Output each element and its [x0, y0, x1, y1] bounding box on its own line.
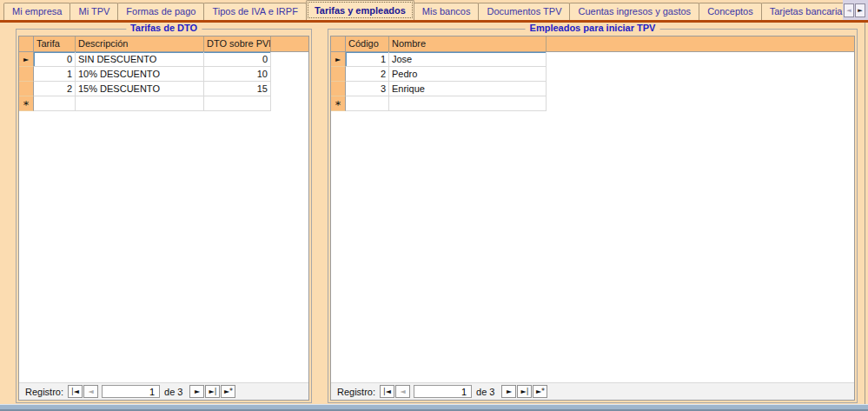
first-record-button[interactable]: |◄: [68, 385, 83, 398]
descripcion-cell[interactable]: 15% DESCUENTO: [76, 82, 204, 96]
scroll-left-icon: ◄: [846, 7, 851, 14]
current-record-input[interactable]: [414, 385, 472, 398]
tarifas-selector-header[interactable]: [19, 36, 34, 51]
table-row: 3 Enrique: [331, 82, 854, 96]
tarifa-cell[interactable]: 0: [34, 52, 76, 67]
tarifa-cell[interactable]: [34, 96, 76, 111]
row-selector[interactable]: [19, 67, 34, 82]
tab-mi-empresa[interactable]: Mi empresa: [3, 3, 70, 20]
tab-scroll-left-button[interactable]: ◄: [844, 3, 854, 17]
record-count-label: de 3: [164, 387, 182, 397]
empleados-header-row: Código Nombre: [331, 36, 854, 52]
empleados-groupbox: Empleados para iniciar TPV Código Nombre…: [328, 29, 858, 403]
window-bottom-edge: [0, 404, 868, 411]
empleados-datasheet: Código Nombre ► 1 Jose 2 Pedro: [330, 36, 855, 401]
tab-bar: Mi empresa Mi TPV Formas de pago Tipos d…: [0, 0, 868, 20]
tarifa-cell[interactable]: 1: [34, 67, 76, 82]
record-count-label: de 3: [476, 387, 494, 397]
empleados-groupbox-title: Empleados para iniciar TPV: [526, 23, 660, 33]
tab-documentos-tpv[interactable]: Documentos TPV: [478, 3, 570, 20]
dto-cell[interactable]: [204, 96, 271, 111]
window-right-edge: [865, 23, 865, 404]
dto-cell[interactable]: 10: [204, 67, 271, 82]
tab-mis-bancos[interactable]: Mis bancos: [414, 3, 480, 20]
nombre-cell[interactable]: Enrique: [389, 82, 547, 96]
empleados-column-header-nombre[interactable]: Nombre: [389, 36, 547, 51]
record-navigator-label: Registro:: [25, 387, 63, 397]
next-record-button[interactable]: ►: [189, 385, 204, 398]
current-record-input[interactable]: [102, 385, 160, 398]
row-selector[interactable]: [331, 82, 346, 96]
tarifas-datasheet: Tarifa Descripción DTO sobre PVP ► 0 SIN…: [18, 36, 309, 401]
previous-record-button[interactable]: ◄: [395, 385, 410, 398]
row-selector[interactable]: [19, 82, 34, 96]
tab-conceptos[interactable]: Conceptos: [699, 3, 762, 20]
empleados-selector-header[interactable]: [331, 36, 346, 51]
descripcion-cell[interactable]: SIN DESCUENTO: [76, 52, 204, 67]
table-row: 2 15% DESCUENTO 15: [19, 82, 308, 96]
descripcion-cell[interactable]: 10% DESCUENTO: [76, 67, 204, 82]
tarifas-groupbox-title: Tarifas de DTO: [126, 23, 202, 33]
table-row: ► 0 SIN DESCUENTO 0: [19, 52, 308, 67]
codigo-cell[interactable]: 3: [346, 82, 389, 96]
nombre-cell[interactable]: [389, 96, 547, 111]
scroll-right-icon: ►: [858, 7, 862, 14]
nombre-cell[interactable]: Jose: [389, 52, 547, 67]
table-row: ► 1 Jose: [331, 52, 854, 67]
new-row-marker-icon[interactable]: *: [19, 96, 34, 111]
dto-cell[interactable]: 15: [204, 82, 271, 96]
tarifas-groupbox: Tarifas de DTO Tarifa Descripción DTO so…: [16, 29, 312, 403]
row-selector[interactable]: [331, 67, 346, 82]
tarifas-column-header-descripcion[interactable]: Descripción: [76, 36, 204, 51]
tab-scroll-right-button[interactable]: ►: [855, 3, 865, 17]
record-navigator-label: Registro:: [337, 387, 375, 397]
current-row-marker-icon[interactable]: ►: [19, 52, 34, 67]
new-record-button[interactable]: ►*: [221, 385, 235, 398]
tab-tarifas-y-empleados[interactable]: Tarifas y empleados: [306, 0, 414, 20]
tab-scroll-buttons: ◄ ►: [843, 0, 868, 20]
new-record-button[interactable]: ►*: [533, 385, 547, 398]
table-row: 2 Pedro: [331, 67, 854, 82]
tarifas-header-row: Tarifa Descripción DTO sobre PVP: [19, 36, 308, 52]
current-row-marker-icon[interactable]: ►: [331, 52, 346, 67]
first-record-button[interactable]: |◄: [380, 385, 394, 398]
codigo-cell[interactable]: [346, 96, 389, 111]
nombre-cell[interactable]: Pedro: [389, 67, 547, 82]
last-record-button[interactable]: ►|: [517, 385, 532, 398]
next-record-button[interactable]: ►: [501, 385, 516, 398]
new-row-marker-icon[interactable]: *: [331, 96, 346, 111]
new-record-row: *: [19, 96, 308, 111]
descripcion-cell[interactable]: [76, 96, 204, 111]
last-record-button[interactable]: ►|: [205, 385, 220, 398]
tab-tarjetas-bancarias[interactable]: Tarjetas bancarias: [761, 3, 856, 20]
tarifas-column-header-tarifa[interactable]: Tarifa: [34, 36, 76, 51]
tab-formas-de-pago[interactable]: Formas de pago: [117, 3, 204, 20]
previous-record-button[interactable]: ◄: [83, 385, 98, 398]
tarifa-cell[interactable]: 2: [34, 82, 76, 96]
codigo-cell[interactable]: 1: [346, 52, 389, 67]
tarifas-record-navigator: Registro: |◄ ◄ de 3 ► ►| ►*: [19, 382, 308, 400]
tpv-config-window: Mi empresa Mi TPV Formas de pago Tipos d…: [0, 0, 868, 411]
tarifas-column-header-dto-sobre-pvp[interactable]: DTO sobre PVP: [204, 36, 271, 51]
table-row: 1 10% DESCUENTO 10: [19, 67, 308, 82]
new-record-row: *: [331, 96, 854, 111]
dto-cell[interactable]: 0: [204, 52, 271, 67]
codigo-cell[interactable]: 2: [346, 67, 389, 82]
tab-mi-tpv[interactable]: Mi TPV: [70, 3, 118, 20]
tab-tipos-de-iva-e-irpf[interactable]: Tipos de IVA e IRPF: [203, 3, 306, 20]
empleados-record-navigator: Registro: |◄ ◄ de 3 ► ►| ►*: [331, 382, 854, 400]
empleados-column-header-codigo[interactable]: Código: [346, 36, 389, 51]
tab-cuentas-ingresos-y-gastos[interactable]: Cuentas ingresos y gastos: [569, 3, 699, 20]
